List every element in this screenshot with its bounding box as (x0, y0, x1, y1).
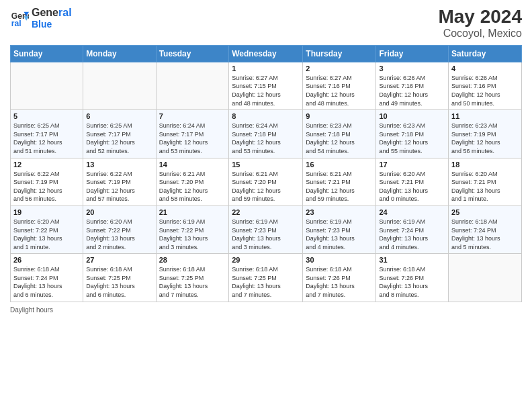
table-row: 13Sunrise: 6:22 AM Sunset: 7:19 PM Dayli… (83, 158, 156, 205)
day-info: Sunrise: 6:19 AM Sunset: 7:23 PM Dayligh… (306, 218, 373, 251)
table-row: 15Sunrise: 6:21 AM Sunset: 7:20 PM Dayli… (229, 158, 303, 205)
day-info: Sunrise: 6:24 AM Sunset: 7:18 PM Dayligh… (232, 122, 300, 155)
day-number: 7 (159, 112, 226, 120)
table-row: 6Sunrise: 6:25 AM Sunset: 7:17 PM Daylig… (83, 110, 156, 158)
day-info: Sunrise: 6:20 AM Sunset: 7:22 PM Dayligh… (86, 218, 152, 251)
day-number: 18 (451, 161, 519, 169)
day-info: Sunrise: 6:22 AM Sunset: 7:19 PM Dayligh… (13, 170, 80, 203)
calendar-week-row: 26Sunrise: 6:18 AM Sunset: 7:24 PM Dayli… (11, 254, 522, 302)
day-number: 20 (86, 208, 152, 216)
day-info: Sunrise: 6:20 AM Sunset: 7:22 PM Dayligh… (13, 218, 80, 251)
table-row: 19Sunrise: 6:20 AM Sunset: 7:22 PM Dayli… (11, 205, 83, 253)
day-number: 29 (232, 256, 300, 264)
footer-text: Daylight hours (10, 306, 53, 314)
day-number: 24 (379, 208, 445, 216)
table-row: 28Sunrise: 6:18 AM Sunset: 7:25 PM Dayli… (156, 254, 229, 302)
table-row: 31Sunrise: 6:18 AM Sunset: 7:26 PM Dayli… (376, 254, 449, 302)
day-info: Sunrise: 6:18 AM Sunset: 7:25 PM Dayligh… (159, 265, 226, 299)
table-row: 27Sunrise: 6:18 AM Sunset: 7:25 PM Dayli… (83, 254, 156, 302)
day-number: 6 (86, 112, 152, 120)
calendar-day-header: Thursday (303, 45, 376, 62)
table-row: 4Sunrise: 6:26 AM Sunset: 7:16 PM Daylig… (449, 62, 522, 109)
day-info: Sunrise: 6:18 AM Sunset: 7:26 PM Dayligh… (306, 265, 373, 299)
day-number: 25 (451, 208, 519, 216)
day-number: 5 (13, 112, 80, 120)
table-row: 5Sunrise: 6:25 AM Sunset: 7:17 PM Daylig… (11, 110, 83, 158)
day-info: Sunrise: 6:24 AM Sunset: 7:17 PM Dayligh… (159, 122, 226, 155)
day-number: 27 (86, 256, 152, 264)
day-number: 31 (379, 256, 445, 264)
day-number: 23 (306, 208, 373, 216)
table-row: 8Sunrise: 6:24 AM Sunset: 7:18 PM Daylig… (229, 110, 303, 158)
page: Gene ral General Blue May 2024 Cocoyol, … (0, 0, 532, 411)
day-info: Sunrise: 6:21 AM Sunset: 7:20 PM Dayligh… (232, 170, 300, 203)
day-number: 1 (232, 64, 300, 73)
calendar-week-row: 1Sunrise: 6:27 AM Sunset: 7:15 PM Daylig… (11, 62, 522, 109)
footer: Daylight hours (10, 306, 522, 314)
table-row (11, 62, 83, 109)
table-row: 14Sunrise: 6:21 AM Sunset: 7:20 PM Dayli… (156, 158, 229, 205)
calendar-week-row: 19Sunrise: 6:20 AM Sunset: 7:22 PM Dayli… (11, 205, 522, 253)
header: Gene ral General Blue May 2024 Cocoyol, … (10, 7, 522, 40)
table-row: 25Sunrise: 6:18 AM Sunset: 7:24 PM Dayli… (449, 205, 522, 253)
table-row: 3Sunrise: 6:26 AM Sunset: 7:16 PM Daylig… (376, 62, 449, 109)
day-info: Sunrise: 6:19 AM Sunset: 7:24 PM Dayligh… (379, 218, 445, 251)
table-row: 10Sunrise: 6:23 AM Sunset: 7:18 PM Dayli… (376, 110, 449, 158)
day-number: 26 (13, 256, 80, 264)
day-info: Sunrise: 6:18 AM Sunset: 7:26 PM Dayligh… (379, 265, 445, 299)
day-info: Sunrise: 6:23 AM Sunset: 7:18 PM Dayligh… (379, 122, 445, 155)
svg-text:ral: ral (11, 19, 21, 28)
calendar-week-row: 5Sunrise: 6:25 AM Sunset: 7:17 PM Daylig… (11, 110, 522, 158)
day-info: Sunrise: 6:21 AM Sunset: 7:20 PM Dayligh… (159, 170, 226, 203)
day-info: Sunrise: 6:18 AM Sunset: 7:24 PM Dayligh… (13, 265, 80, 299)
table-row: 9Sunrise: 6:23 AM Sunset: 7:18 PM Daylig… (303, 110, 376, 158)
logo-icon: Gene ral (10, 9, 29, 28)
table-row: 30Sunrise: 6:18 AM Sunset: 7:26 PM Dayli… (303, 254, 376, 302)
table-row (156, 62, 229, 109)
logo: Gene ral General Blue (10, 7, 72, 30)
table-row: 22Sunrise: 6:19 AM Sunset: 7:23 PM Dayli… (229, 205, 303, 253)
table-row: 7Sunrise: 6:24 AM Sunset: 7:17 PM Daylig… (156, 110, 229, 158)
title-area: May 2024 Cocoyol, Mexico (438, 7, 522, 40)
page-subtitle: Cocoyol, Mexico (438, 28, 522, 40)
day-info: Sunrise: 6:23 AM Sunset: 7:18 PM Dayligh… (306, 122, 373, 155)
day-number: 15 (232, 161, 300, 169)
day-info: Sunrise: 6:25 AM Sunset: 7:17 PM Dayligh… (13, 122, 80, 155)
day-number: 17 (379, 161, 445, 169)
table-row: 29Sunrise: 6:18 AM Sunset: 7:25 PM Dayli… (229, 254, 303, 302)
day-number: 3 (379, 64, 445, 73)
day-number: 30 (306, 256, 373, 264)
day-number: 8 (232, 112, 300, 120)
calendar-day-header: Sunday (11, 45, 83, 62)
day-number: 12 (13, 161, 80, 169)
day-number: 13 (86, 161, 152, 169)
table-row: 26Sunrise: 6:18 AM Sunset: 7:24 PM Dayli… (11, 254, 83, 302)
table-row: 17Sunrise: 6:20 AM Sunset: 7:21 PM Dayli… (376, 158, 449, 205)
calendar-day-header: Friday (376, 45, 449, 62)
day-info: Sunrise: 6:19 AM Sunset: 7:22 PM Dayligh… (159, 218, 226, 251)
day-info: Sunrise: 6:20 AM Sunset: 7:21 PM Dayligh… (379, 170, 445, 203)
day-number: 22 (232, 208, 300, 216)
day-number: 4 (451, 64, 519, 73)
calendar-header-row: SundayMondayTuesdayWednesdayThursdayFrid… (11, 45, 522, 62)
day-info: Sunrise: 6:26 AM Sunset: 7:16 PM Dayligh… (451, 74, 519, 107)
calendar-table: SundayMondayTuesdayWednesdayThursdayFrid… (10, 45, 522, 302)
day-number: 11 (451, 112, 519, 120)
table-row: 24Sunrise: 6:19 AM Sunset: 7:24 PM Dayli… (376, 205, 449, 253)
table-row: 1Sunrise: 6:27 AM Sunset: 7:15 PM Daylig… (229, 62, 303, 109)
day-number: 10 (379, 112, 445, 120)
calendar-week-row: 12Sunrise: 6:22 AM Sunset: 7:19 PM Dayli… (11, 158, 522, 205)
day-info: Sunrise: 6:23 AM Sunset: 7:19 PM Dayligh… (451, 122, 519, 155)
table-row (83, 62, 156, 109)
calendar-day-header: Tuesday (156, 45, 229, 62)
calendar-day-header: Saturday (449, 45, 522, 62)
day-info: Sunrise: 6:26 AM Sunset: 7:16 PM Dayligh… (379, 74, 445, 107)
table-row: 16Sunrise: 6:21 AM Sunset: 7:21 PM Dayli… (303, 158, 376, 205)
day-number: 28 (159, 256, 226, 264)
day-info: Sunrise: 6:22 AM Sunset: 7:19 PM Dayligh… (86, 170, 152, 203)
table-row: 11Sunrise: 6:23 AM Sunset: 7:19 PM Dayli… (449, 110, 522, 158)
table-row: 12Sunrise: 6:22 AM Sunset: 7:19 PM Dayli… (11, 158, 83, 205)
table-row: 23Sunrise: 6:19 AM Sunset: 7:23 PM Dayli… (303, 205, 376, 253)
page-title: May 2024 (438, 7, 522, 28)
day-number: 9 (306, 112, 373, 120)
